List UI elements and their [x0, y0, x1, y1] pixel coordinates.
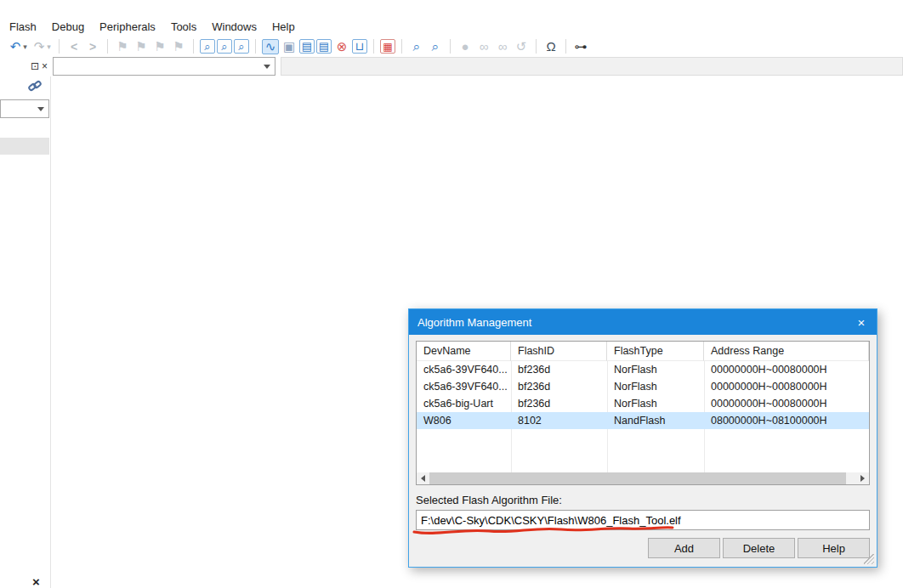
menu-item-peripherals[interactable]: Peripherals [92, 17, 163, 37]
delete-button[interactable]: Delete [723, 538, 795, 558]
performance-analyzer-icon[interactable]: ∿ [262, 39, 279, 54]
table-cell: bf236d [511, 361, 607, 378]
toolbar-separator [193, 39, 194, 54]
table-row-3[interactable]: ck5a6-big-Uartbf236dNorFlash00000000H~00… [417, 395, 869, 412]
register-window-icon[interactable]: ▤ [316, 39, 332, 54]
toolbar-separator [255, 39, 256, 54]
table-cell: 08000000H~08100000H [704, 412, 869, 429]
dialog-close-button[interactable]: × [846, 309, 877, 335]
dialog-title: Algorithm Management [417, 316, 531, 329]
bookmark-clear-icon[interactable]: ⚑ [170, 39, 187, 54]
scrollbar-thumb[interactable] [429, 472, 846, 484]
table-cell: NorFlash [607, 395, 704, 412]
debug-listen-icon[interactable]: Ω [542, 39, 559, 54]
package-icon[interactable]: ▣ [281, 39, 298, 54]
symbol-combobox[interactable] [53, 57, 275, 76]
bookmark-next-icon[interactable]: ⚑ [151, 39, 168, 54]
dialog-titlebar[interactable]: Algorithm Management × [409, 309, 877, 335]
column-header-flashtype[interactable]: FlashType [607, 342, 704, 361]
toolbar-separator [401, 39, 402, 54]
zoom-out-icon[interactable]: ⌕ [427, 39, 444, 54]
algorithm-management-dialog: Algorithm Management × DevNameFlashIDFla… [408, 308, 877, 568]
sidebar-combobox[interactable] [0, 99, 49, 118]
secondary-toolbar: ⊡ × [0, 56, 903, 76]
table-cell: ck5a6-big-Uart [417, 395, 511, 412]
file-label: Selected Flash Algorithm File: [416, 494, 870, 506]
menu-item-tools[interactable]: Tools [163, 17, 204, 37]
toolbar-separator [59, 39, 60, 54]
panel-controls: ⊡ × [0, 60, 53, 72]
sidebar-list-item[interactable] [0, 138, 49, 155]
bookmark-toggle-icon[interactable]: ⚑ [114, 39, 131, 54]
table-cell: 00000000H~00080000H [704, 361, 869, 378]
column-header-flashid[interactable]: FlashID [511, 342, 607, 361]
column-header-devname[interactable]: DevName [417, 342, 511, 361]
replace-in-files-icon[interactable]: ⌕ [217, 39, 232, 54]
main-toolbar: ↶▾↷▾<>⚑⚑⚑⚑⌕⌕⌕∿▣▤▤⊗⊔▦⌕⌕●∞∞↺Ω⊶ [0, 37, 903, 56]
navigate-forward-icon[interactable]: > [84, 39, 101, 54]
table-cell: bf236d [511, 378, 607, 395]
table-cell: ck5a6-39VF640... [417, 361, 511, 378]
toolbar-separator [373, 39, 374, 54]
search-icon[interactable]: ⌕ [234, 39, 249, 54]
redo-dropdown-caret[interactable]: ▾ [45, 39, 53, 54]
toolbar-separator [565, 39, 566, 54]
undo-dropdown-caret[interactable]: ▾ [21, 39, 29, 54]
chevron-down-icon[interactable] [33, 101, 48, 116]
table-cell: 00000000H~00080000H [704, 395, 869, 412]
table-cell: NorFlash [607, 361, 704, 378]
table-header: DevNameFlashIDFlashTypeAddress Range [417, 342, 869, 361]
secondary-field[interactable] [281, 57, 903, 76]
table-cell: NandFlash [607, 412, 704, 429]
add-button[interactable]: Add [648, 538, 720, 558]
menu-item-windows[interactable]: Windows [204, 17, 264, 37]
panel-dock-icon[interactable]: ⊡ [31, 60, 39, 72]
device-table-body: ck5a6-39VF640...bf236dNorFlash00000000H~… [417, 361, 869, 429]
dialog-button-row: Add Delete Help [416, 538, 870, 558]
dialog-body: DevNameFlashIDFlashTypeAddress Range ck5… [409, 335, 877, 558]
table-horizontal-scrollbar[interactable] [417, 472, 869, 484]
scroll-right-button[interactable] [856, 472, 869, 484]
table-cell: W806 [417, 412, 511, 429]
menu-item-flash[interactable]: Flash [2, 17, 44, 37]
table-cell: NorFlash [607, 378, 704, 395]
connect-target-icon[interactable]: ∞ [494, 39, 511, 54]
toolbar-separator [536, 39, 537, 54]
flash-algorithm-file-input[interactable] [416, 510, 870, 530]
attach-target-icon[interactable]: ∞ [475, 39, 492, 54]
zoom-in-icon[interactable]: ⌕ [408, 39, 425, 54]
bookmark-prev-icon[interactable]: ⚑ [133, 39, 150, 54]
key-icon[interactable]: ⊶ [572, 39, 589, 54]
stop-icon[interactable]: ⊗ [333, 39, 350, 54]
table-row-4[interactable]: W8068102NandFlash08000000H~08100000H [417, 412, 869, 429]
table-cell: bf236d [511, 395, 607, 412]
menu-item-debug[interactable]: Debug [44, 17, 92, 37]
flash-download-icon[interactable]: ▦ [380, 39, 395, 54]
table-row-1[interactable]: ck5a6-39VF640...bf236dNorFlash00000000H~… [417, 361, 869, 378]
breakpoint-icon[interactable]: ● [457, 39, 474, 54]
restart-icon[interactable]: ↺ [513, 39, 530, 54]
find-in-files-icon[interactable]: ⌕ [200, 39, 215, 54]
table-cell: 00000000H~00080000H [704, 378, 869, 395]
sidebar-close-icon[interactable]: × [32, 576, 40, 588]
menu-item-help[interactable]: Help [264, 17, 303, 37]
help-button[interactable]: Help [798, 538, 870, 558]
link-icon[interactable] [28, 79, 42, 96]
resize-grip[interactable] [864, 554, 874, 564]
left-sidebar: × [0, 76, 51, 588]
erase-flash-icon[interactable]: ⊔ [352, 39, 367, 54]
menu-bar: FlashDebugPeripheralsToolsWindowsHelp [0, 15, 903, 37]
chevron-down-icon[interactable] [259, 59, 274, 74]
toolbar-separator [450, 39, 451, 54]
navigate-back-icon[interactable]: < [65, 39, 82, 54]
panel-close-icon[interactable]: × [42, 60, 48, 72]
table-row-2[interactable]: ck5a6-39VF640...bf236dNorFlash00000000H~… [417, 378, 869, 395]
memory-window-icon[interactable]: ▤ [299, 39, 315, 54]
column-header-address-range[interactable]: Address Range [704, 342, 869, 361]
table-cell: ck5a6-39VF640... [417, 378, 511, 395]
scroll-left-button[interactable] [417, 472, 429, 484]
toolbar-separator [107, 39, 108, 54]
device-table: DevNameFlashIDFlashTypeAddress Range ck5… [416, 341, 870, 485]
table-cell: 8102 [511, 412, 607, 429]
